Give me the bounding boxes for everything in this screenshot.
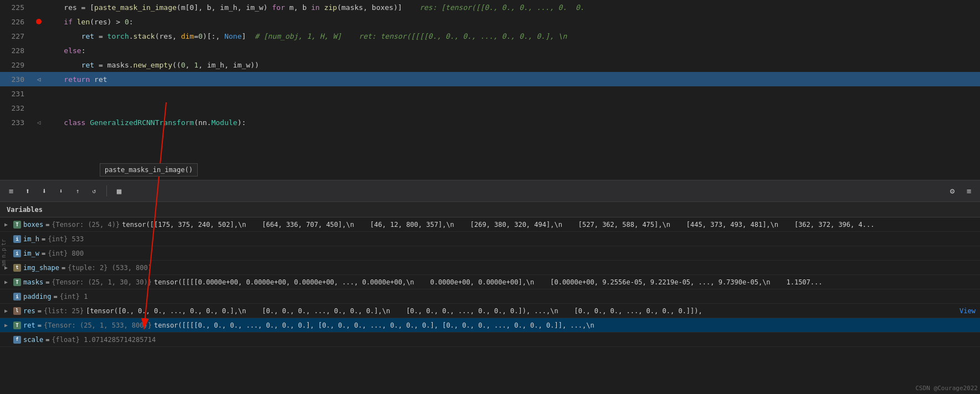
expand-masks[interactable]: ▶ (4, 279, 13, 285)
varname-scale: scale (23, 336, 43, 344)
line-number-226: 226 (0, 18, 33, 26)
code-content-227: ret = torch.stack(res, dim=0)[:, None] #… (44, 32, 980, 40)
eq-masks: = (45, 278, 49, 286)
code-content-228: else: (44, 46, 980, 55)
code-line-225[interactable]: 225 res = [paste_mask_in_image(m[0], b, … (0, 0, 980, 14)
line-number-231: 231 (0, 90, 33, 98)
tooltip-popup: paste_masks_in_image() (100, 163, 198, 177)
tooltip-text: paste_masks_in_image() (105, 166, 193, 174)
step-out-btn[interactable]: ⬆ (21, 184, 34, 198)
variable-row-masks[interactable]: ▶ T masks = {Tensor: (25, 1, 30, 30)} te… (0, 275, 980, 289)
line-number-233: 233 (0, 118, 33, 127)
toolbar-right: ⚙ ≡ (946, 184, 976, 198)
sidebar-file-am: am (0, 259, 8, 268)
type-ret: {Tensor: (25, 1, 533, 800)} (44, 322, 152, 329)
continue-btn[interactable]: ↑ (71, 184, 84, 198)
step-into-btn[interactable]: ⬇ (38, 184, 51, 198)
variable-row-imh[interactable]: ▶ i im_h = {int} 533 (0, 232, 980, 246)
code-line-228[interactable]: 228 else: (0, 43, 980, 58)
variables-panel: Variables ▶ T boxes = {Tensor: (25, 4)} … (0, 202, 980, 394)
icon-imh: i (13, 235, 21, 243)
line-number-230: 230 (0, 75, 33, 84)
type-scale: {float} 1.0714285714285714 (52, 336, 156, 344)
type-imh: {int} 533 (48, 235, 84, 243)
icon-ret: T (13, 322, 21, 329)
expand-ret[interactable]: ▶ (4, 322, 13, 328)
code-line-233[interactable]: 233 ◁ class GeneralizedRCNNTransform(nn.… (0, 115, 980, 129)
val-res: [tensor([0., 0., 0., ..., 0., 0., 0.],\n… (86, 307, 955, 315)
icon-boxes: T (13, 221, 21, 229)
code-content-230: return ret (44, 75, 980, 84)
code-line-229[interactable]: 229 ret = masks.new_empty((0, 1, im_h, i… (0, 58, 980, 72)
code-line-227[interactable]: 227 ret = torch.stack(res, dim=0)[:, Non… (0, 29, 980, 43)
restart-btn[interactable]: ↺ (88, 184, 101, 198)
code-line-231[interactable]: 231 (0, 86, 980, 101)
varname-imgshape: img_shape (23, 264, 59, 272)
variable-row-imw[interactable]: ▶ i im_w = {int} 800 (0, 246, 980, 261)
toolbar-separator (106, 185, 107, 196)
code-content-229: ret = masks.new_empty((0, 1, im_h, im_w)… (44, 61, 980, 69)
expand-res[interactable]: ▶ (4, 308, 13, 314)
icon-imgshape: t (13, 264, 21, 272)
eq-res: = (38, 307, 42, 315)
variable-row-res[interactable]: ▶ l res = {list: 25} [tensor([0., 0., 0.… (0, 304, 980, 318)
line-indicator-230: ◁ (33, 76, 44, 83)
code-editor: 225 res = [paste_mask_in_image(m[0], b, … (0, 0, 980, 177)
line-number-227: 227 (0, 32, 33, 40)
line-number-228: 228 (0, 46, 33, 55)
icon-res: l (13, 307, 21, 315)
eq-padding: = (54, 293, 58, 300)
expand-padding: ▶ (4, 293, 13, 299)
line-indicator-226 (33, 19, 44, 24)
eq-imw: = (42, 250, 45, 257)
varname-imw: im_w (23, 250, 39, 257)
varname-ret: ret (23, 322, 35, 329)
table-view-btn[interactable]: ▦ (112, 184, 126, 198)
eq-scale: = (45, 336, 49, 344)
menu-toolbar-btn[interactable]: ≡ (4, 184, 18, 198)
code-content-233: class GeneralizedRCNNTransform(nn.Module… (44, 118, 980, 127)
variable-row-boxes[interactable]: ▶ T boxes = {Tensor: (25, 4)} tensor([[1… (0, 217, 980, 232)
variable-row-ret[interactable]: ▶ T ret = {Tensor: (25, 1, 533, 800)} te… (0, 318, 980, 333)
expand-scale: ▶ (4, 336, 13, 343)
code-content-226: if len(res) > 0: (44, 18, 980, 26)
icon-scale: f (13, 336, 21, 344)
varname-padding: padding (23, 293, 52, 300)
expand-boxes[interactable]: ▶ (4, 221, 13, 227)
view-link-res[interactable]: View (960, 307, 976, 315)
code-line-232[interactable]: 232 (0, 101, 980, 115)
variables-title: Variables (7, 206, 43, 214)
type-res: {list: 25} (44, 307, 84, 315)
code-line-230[interactable]: 230 ◁ return ret (0, 72, 980, 86)
variable-row-scale[interactable]: ▶ f scale = {float} 1.0714285714285714 (0, 333, 980, 347)
breakpoint-dot (36, 19, 42, 24)
val-masks: tensor([[[[0.0000e+00, 0.0000e+00, 0.000… (154, 278, 976, 286)
step-down-btn[interactable]: ⬇ (54, 184, 68, 198)
left-sidebar: tr n.p am (0, 238, 8, 268)
eq-ret: = (38, 322, 42, 329)
variable-row-padding[interactable]: ▶ i padding = {int} 1 (0, 289, 980, 304)
line-indicator-233: ◁ (33, 119, 44, 126)
eq-imgshape: = (61, 264, 65, 272)
val-ret: tensor([[[[0., 0., 0., ..., 0., 0., 0.],… (154, 322, 976, 329)
variable-row-imgshape[interactable]: ▶ t img_shape = {tuple: 2} (533, 800) (0, 261, 980, 275)
settings-btn[interactable]: ⚙ (946, 184, 959, 198)
eq-imh: = (42, 235, 45, 243)
line-number-229: 229 (0, 61, 33, 69)
watermark-text: CSDN @Courage2022 (915, 385, 978, 392)
eq-boxes: = (45, 221, 49, 229)
icon-imw: i (13, 250, 21, 257)
line-number-225: 225 (0, 3, 33, 12)
varname-imh: im_h (23, 235, 39, 243)
code-line-226[interactable]: 226 if len(res) > 0: (0, 14, 980, 29)
type-boxes: {Tensor: (25, 4)} (52, 221, 120, 229)
varname-res: res (23, 307, 35, 315)
type-masks: {Tensor: (25, 1, 30, 30)} (52, 278, 152, 286)
debug-toolbar: ≡ ⬆ ⬇ ⬇ ↑ ↺ ▦ ⚙ ≡ (0, 180, 980, 202)
type-imgshape: {tuple: 2} (533, 800) (68, 264, 152, 272)
varname-boxes: boxes (23, 221, 43, 229)
line-number-232: 232 (0, 104, 33, 112)
more-btn[interactable]: ≡ (962, 184, 976, 198)
sidebar-file-np: n.p (0, 247, 8, 259)
watermark: CSDN @Courage2022 (915, 385, 978, 392)
